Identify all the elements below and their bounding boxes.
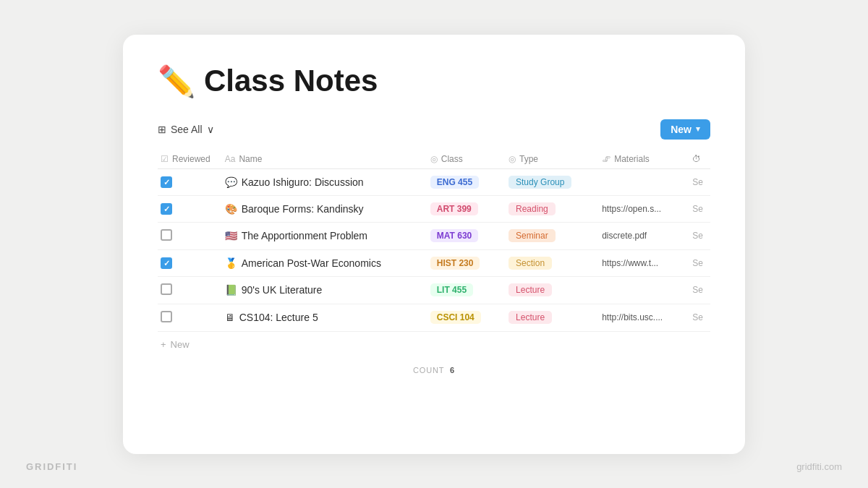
row-name: 🖥CS104: Lecture 5 — [218, 304, 423, 331]
main-card: ✏️ Class Notes ⊞ See All ∨ New ▾ ☑Review… — [123, 35, 745, 454]
title-text: Class Notes — [204, 64, 378, 98]
row-type: Reading — [501, 195, 595, 222]
row-type: Lecture — [501, 304, 595, 331]
row-extra: Se — [685, 249, 710, 276]
type-badge: Study Group — [509, 176, 571, 189]
row-materials: http://bits.usc.... — [595, 304, 685, 331]
row-name: 🎨Baroque Forms: Kandinsky — [218, 195, 423, 222]
footer-url: gridfiti.com — [796, 461, 842, 472]
class-badge: LIT 455 — [430, 283, 473, 296]
row-extra: Se — [685, 276, 710, 304]
footer-brand: GRIDFITI — [26, 461, 77, 472]
col-type: ◎Type — [501, 150, 595, 169]
row-extra: Se — [685, 304, 710, 331]
row-emoji: 💬 — [225, 176, 237, 188]
plus-icon: + — [161, 339, 166, 350]
row-class: HIST 230 — [423, 249, 501, 276]
row-class: CSCI 104 — [423, 304, 501, 331]
row-checkbox[interactable] — [161, 257, 172, 269]
row-materials: https://www.t... — [595, 249, 685, 276]
row-class: ENG 455 — [423, 168, 501, 195]
row-extra: Se — [685, 168, 710, 195]
link-icon: 🖇 — [602, 154, 610, 164]
text-icon: Aa — [225, 154, 236, 164]
class-badge: CSCI 104 — [430, 311, 481, 324]
chevron-down-icon: ∨ — [207, 124, 214, 135]
add-new-row[interactable]: + New — [158, 332, 710, 353]
notes-table: ☑Reviewed AaName ◎Class ◎Type 🖇Materials… — [158, 150, 710, 332]
row-name: 🇺🇸The Apportionment Problem — [218, 222, 423, 249]
table-row: 🖥CS104: Lecture 5CSCI 104Lecturehttp://b… — [158, 304, 710, 331]
row-emoji: 🇺🇸 — [225, 230, 237, 241]
type-badge: Lecture — [509, 283, 552, 296]
circle-icon: ◎ — [509, 154, 516, 164]
row-checkbox[interactable] — [161, 311, 172, 322]
row-materials — [595, 168, 685, 195]
row-class: LIT 455 — [423, 276, 501, 304]
class-badge: ART 399 — [430, 202, 478, 215]
col-materials: 🖇Materials — [595, 150, 685, 169]
chevron-down-icon: ▾ — [696, 124, 700, 134]
row-name: 📗90's UK Literature — [218, 276, 423, 304]
title-emoji: ✏️ — [158, 64, 195, 99]
row-extra: Se — [685, 222, 710, 249]
clock-icon: ⏱ — [692, 154, 701, 164]
row-materials: discrete.pdf — [595, 222, 685, 249]
row-checkbox[interactable] — [161, 229, 172, 241]
new-button[interactable]: New ▾ — [660, 119, 710, 140]
row-materials: https://open.s... — [595, 195, 685, 222]
row-emoji: 🥇 — [225, 257, 237, 269]
see-all-label: See All — [171, 124, 203, 135]
table-icon: ⊞ — [158, 124, 166, 135]
class-badge: MAT 630 — [430, 229, 478, 242]
table-row: 🎨Baroque Forms: KandinskyART 399Readingh… — [158, 195, 710, 222]
row-type: Study Group — [501, 168, 595, 195]
row-name: 💬Kazuo Ishiguro: Discussion — [218, 168, 423, 195]
row-emoji: 🖥 — [225, 312, 235, 323]
col-class: ◎Class — [423, 150, 501, 169]
col-extra: ⏱ — [685, 150, 710, 169]
new-label: New — [671, 124, 692, 135]
col-reviewed: ☑Reviewed — [158, 150, 218, 169]
table-row: 🥇American Post-War EconomicsHIST 230Sect… — [158, 249, 710, 276]
count-label: COUNT — [413, 366, 444, 374]
row-name: 🥇American Post-War Economics — [218, 249, 423, 276]
checkbox-icon: ☑ — [161, 154, 169, 164]
row-emoji: 🎨 — [225, 203, 237, 215]
add-new-label: New — [171, 339, 190, 350]
row-materials — [595, 276, 685, 304]
row-checkbox[interactable] — [161, 176, 172, 188]
type-badge: Section — [509, 257, 552, 270]
page-title: ✏️ Class Notes — [158, 64, 710, 99]
row-class: ART 399 — [423, 195, 501, 222]
row-type: Seminar — [501, 222, 595, 249]
class-badge: ENG 455 — [430, 176, 479, 189]
row-class: MAT 630 — [423, 222, 501, 249]
see-all-button[interactable]: ⊞ See All ∨ — [158, 124, 214, 135]
col-name: AaName — [218, 150, 423, 169]
row-checkbox[interactable] — [161, 203, 172, 215]
toolbar: ⊞ See All ∨ New ▾ — [158, 119, 710, 140]
count-value: 6 — [450, 366, 455, 374]
table-row: 📗90's UK LiteratureLIT 455LectureSe — [158, 276, 710, 304]
table-row: 🇺🇸The Apportionment ProblemMAT 630Semina… — [158, 222, 710, 249]
count-row: COUNT 6 — [158, 366, 710, 374]
table-row: 💬Kazuo Ishiguro: DiscussionENG 455Study … — [158, 168, 710, 195]
circle-icon: ◎ — [430, 154, 438, 164]
row-checkbox[interactable] — [161, 283, 172, 295]
row-extra: Se — [685, 195, 710, 222]
row-emoji: 📗 — [225, 284, 237, 296]
row-type: Section — [501, 249, 595, 276]
type-badge: Seminar — [509, 229, 556, 242]
type-badge: Reading — [509, 202, 556, 215]
class-badge: HIST 230 — [430, 257, 480, 270]
type-badge: Lecture — [509, 311, 552, 324]
row-type: Lecture — [501, 276, 595, 304]
table-header-row: ☑Reviewed AaName ◎Class ◎Type 🖇Materials… — [158, 150, 710, 169]
